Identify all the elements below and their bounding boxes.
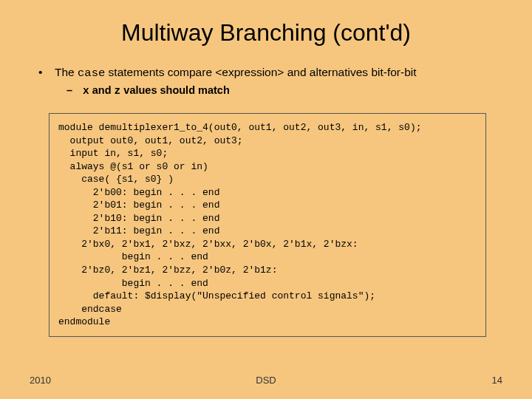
bullet-sub-x: x xyxy=(83,85,89,97)
code-block: module demultiplexer1_to_4(out0, out1, o… xyxy=(49,113,486,337)
bullet-main-text-2: statements compare <expression> and alte… xyxy=(109,66,417,78)
footer: 2010 DSD 14 xyxy=(0,375,532,386)
bullet-sub-z: z xyxy=(115,85,121,97)
bullet-sub-rest: values should match xyxy=(123,84,229,96)
footer-center: DSD xyxy=(256,375,276,386)
slide-title: Multiway Branching (cont'd) xyxy=(30,19,502,47)
bullet-main-code: case xyxy=(78,66,105,80)
bullet-sub: x and z values should match xyxy=(80,84,502,97)
bullet-main-text-1: The xyxy=(55,66,78,78)
footer-year: 2010 xyxy=(30,375,51,386)
footer-page: 14 xyxy=(492,375,502,386)
bullet-sub-and: and xyxy=(92,84,115,96)
bullet-main: The case statements compare <expression>… xyxy=(52,66,502,80)
